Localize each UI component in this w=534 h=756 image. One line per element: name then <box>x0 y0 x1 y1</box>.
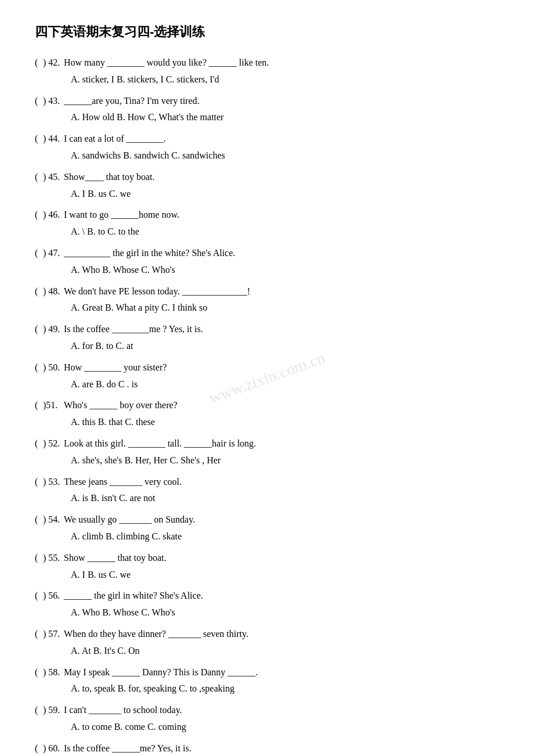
question-text-q58: May I speak ______ Danny? This is Danny … <box>64 664 499 681</box>
question-item-q55: () 55.Show ______ that toy boat.A. I B. … <box>35 550 499 584</box>
question-item-q56: () 56.______ the girl in white? She's Al… <box>35 588 499 621</box>
question-item-q58: () 58.May I speak ______ Danny? This is … <box>35 664 499 698</box>
question-number-q58: ) 58. <box>43 664 64 681</box>
question-item-q48: () 48.We don't have PE lesson today. ___… <box>35 283 499 317</box>
options-line-q45: A. I B. us C. we <box>35 186 499 203</box>
question-number-q50: ) 50. <box>43 359 64 376</box>
question-number-q46: ) 46. <box>43 207 64 224</box>
options-line-q50: A. are B. do C . is <box>35 376 499 393</box>
question-text-q60: Is the coffee ______me? Yes, it is. <box>64 740 499 756</box>
question-text-q43: ______are you, Tina? I'm very tired. <box>64 93 499 110</box>
options-line-q46: A. \ B. to C. to the <box>35 224 499 240</box>
question-number-q53: ) 53. <box>43 474 64 491</box>
question-text-q46: I want to go ______home now. <box>64 207 499 224</box>
options-line-q42: A. sticker, I B. stickers, I C. stickers… <box>35 71 499 88</box>
question-number-q55: ) 55. <box>43 550 64 567</box>
options-line-q52: A. she's, she's B. Her, Her C. She's , H… <box>35 452 499 469</box>
question-number-q51: )51. <box>43 397 64 414</box>
options-line-q55: A. I B. us C. we <box>35 567 499 584</box>
question-number-q59: ) 59. <box>43 702 64 719</box>
paren-open-q56: ( <box>35 588 43 604</box>
question-text-q49: Is the coffee ________me ? Yes, it is. <box>64 321 499 338</box>
question-line-q56: () 56.______ the girl in white? She's Al… <box>35 588 499 604</box>
question-text-q48: We don't have PE lesson today. _________… <box>64 283 499 300</box>
question-number-q42: ) 42. <box>43 55 64 71</box>
question-number-q48: ) 48. <box>43 283 64 300</box>
paren-open-q58: ( <box>35 664 43 681</box>
question-line-q51: ()51.Who's ______ boy over there? <box>35 397 499 414</box>
options-line-q48: A. Great B. What a pity C. I think so <box>35 300 499 316</box>
paren-open-q45: ( <box>35 169 43 186</box>
question-number-q60: ) 60. <box>43 740 64 756</box>
question-item-q60: () 60.Is the coffee ______me? Yes, it is… <box>35 740 499 756</box>
question-number-q56: ) 56. <box>43 588 64 604</box>
question-text-q54: We usually go _______ on Sunday. <box>64 512 499 528</box>
paren-open-q59: ( <box>35 702 43 719</box>
paren-open-q48: ( <box>35 283 43 300</box>
question-text-q42: How many ________ would you like? ______… <box>64 55 499 71</box>
question-item-q44: () 44.I can eat a lot of ________.A. san… <box>35 131 499 164</box>
paren-open-q54: ( <box>35 512 43 528</box>
options-line-q47: A. Who B. Whose C. Who's <box>35 262 499 279</box>
question-text-q59: I can't _______ to school today. <box>64 702 499 719</box>
question-item-q43: () 43.______are you, Tina? I'm very tire… <box>35 93 499 127</box>
question-number-q54: ) 54. <box>43 512 64 528</box>
paren-open-q52: ( <box>35 435 43 452</box>
question-line-q54: () 54.We usually go _______ on Sunday. <box>35 512 499 528</box>
question-number-q44: ) 44. <box>43 131 64 147</box>
paren-open-q57: ( <box>35 626 43 643</box>
options-line-q58: A. to, speak B. for, speaking C. to ,spe… <box>35 681 499 697</box>
question-line-q47: () 47.__________ the girl in the white? … <box>35 245 499 262</box>
question-text-q51: Who's ______ boy over there? <box>64 397 499 414</box>
question-number-q49: ) 49. <box>43 321 64 338</box>
question-line-q49: () 49.Is the coffee ________me ? Yes, it… <box>35 321 499 338</box>
paren-open-q53: ( <box>35 474 43 491</box>
question-text-q52: Look at this girl. ________ tall. ______… <box>64 435 499 452</box>
question-line-q45: () 45.Show____ that toy boat. <box>35 169 499 186</box>
question-text-q47: __________ the girl in the white? She's … <box>64 245 499 262</box>
question-item-q46: () 46.I want to go ______home now.A. \ B… <box>35 207 499 240</box>
question-number-q52: ) 52. <box>43 435 64 452</box>
question-line-q42: () 42.How many ________ would you like? … <box>35 55 499 71</box>
question-number-q47: ) 47. <box>43 245 64 262</box>
question-line-q46: () 46.I want to go ______home now. <box>35 207 499 224</box>
question-text-q57: When do they have dinner? _______ seven … <box>64 626 499 643</box>
question-text-q44: I can eat a lot of ________. <box>64 131 499 147</box>
paren-open-q60: ( <box>35 740 43 756</box>
question-item-q52: () 52.Look at this girl. ________ tall. … <box>35 435 499 469</box>
options-line-q56: A. Who B. Whose C. Who's <box>35 604 499 621</box>
question-item-q42: () 42.How many ________ would you like? … <box>35 55 499 88</box>
question-item-q54: () 54.We usually go _______ on Sunday.A.… <box>35 512 499 545</box>
question-text-q53: These jeans _______ very cool. <box>64 474 499 491</box>
options-line-q54: A. climb B. climbing C. skate <box>35 528 499 545</box>
question-line-q52: () 52.Look at this girl. ________ tall. … <box>35 435 499 452</box>
options-line-q59: A. to come B. come C. coming <box>35 719 499 736</box>
paren-open-q47: ( <box>35 245 43 262</box>
question-item-q45: () 45.Show____ that toy boat.A. I B. us … <box>35 169 499 203</box>
question-text-q56: ______ the girl in white? She's Alice. <box>64 588 499 604</box>
question-line-q44: () 44.I can eat a lot of ________. <box>35 131 499 147</box>
paren-open-q44: ( <box>35 131 43 147</box>
question-text-q55: Show ______ that toy boat. <box>64 550 499 567</box>
question-text-q45: Show____ that toy boat. <box>64 169 499 186</box>
question-line-q58: () 58.May I speak ______ Danny? This is … <box>35 664 499 681</box>
questions-container: () 42.How many ________ would you like? … <box>35 55 499 756</box>
paren-open-q43: ( <box>35 93 43 110</box>
options-line-q44: A. sandwichs B. sandwich C. sandwiches <box>35 147 499 164</box>
question-line-q55: () 55.Show ______ that toy boat. <box>35 550 499 567</box>
question-number-q57: ) 57. <box>43 626 64 643</box>
question-item-q49: () 49.Is the coffee ________me ? Yes, it… <box>35 321 499 355</box>
question-line-q48: () 48.We don't have PE lesson today. ___… <box>35 283 499 300</box>
options-line-q51: A. this B. that C. these <box>35 414 499 431</box>
paren-open-q55: ( <box>35 550 43 567</box>
question-item-q59: () 59.I can't _______ to school today.A.… <box>35 702 499 736</box>
question-line-q43: () 43.______are you, Tina? I'm very tire… <box>35 93 499 110</box>
question-item-q50: () 50.How ________ your sister?A. are B.… <box>35 359 499 393</box>
question-line-q59: () 59.I can't _______ to school today. <box>35 702 499 719</box>
options-line-q49: A. for B. to C. at <box>35 338 499 355</box>
paren-open-q42: ( <box>35 55 43 71</box>
options-line-q57: A. At B. It's C. On <box>35 643 499 660</box>
paren-open-q50: ( <box>35 359 43 376</box>
page-title: 四下英语期末复习四-选择训练 <box>35 23 499 41</box>
question-line-q50: () 50.How ________ your sister? <box>35 359 499 376</box>
